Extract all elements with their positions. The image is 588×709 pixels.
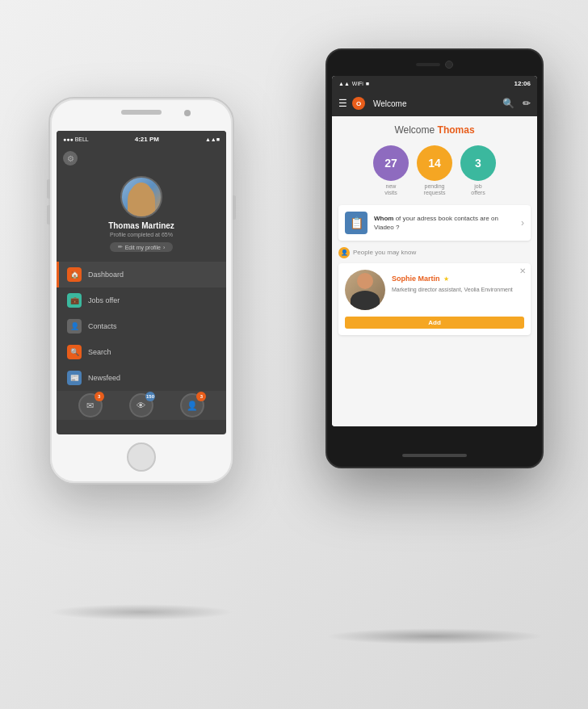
stat-job-offers: 3 joboffers <box>460 145 496 197</box>
iphone-speaker <box>121 110 162 115</box>
person-name: Sophie Martin <box>392 275 440 283</box>
star-icon: ★ <box>443 275 449 283</box>
iphone-nav: 🏠 Dashboard 💼 Jobs offer 👤 Contacts 🔍 Se… <box>57 262 226 391</box>
android-home-strip[interactable] <box>402 454 467 457</box>
nav-item-jobs[interactable]: 💼 Jobs offer <box>57 287 226 313</box>
person-photo-face <box>357 273 373 289</box>
person-info: Sophie Martin ★ Marketing director assis… <box>392 270 524 293</box>
profile-section: Thomas Martinez Profile completed at 65%… <box>57 170 226 262</box>
nav-item-newsfeed[interactable]: 📰 Newsfeed <box>57 365 226 391</box>
iphone-vol-down <box>47 205 50 224</box>
messages-badge: 3 <box>94 392 104 401</box>
carrier-label: ●●● BELL <box>63 136 89 142</box>
pencil-icon: ✏ <box>118 244 123 250</box>
contacts-icon: 👤 <box>67 319 82 334</box>
views-button[interactable]: 👁 150 <box>129 393 153 417</box>
stat-pending-requests: 14 pendingrequests <box>417 145 452 197</box>
nav-label-newsfeed: Newsfeed <box>88 374 120 382</box>
welcome-text: Welcome <box>394 124 437 136</box>
messages-button[interactable]: ✉ 3 <box>78 393 103 417</box>
iphone-vol-up <box>47 179 50 199</box>
visits-label: newvisits <box>384 183 397 197</box>
iphone-shadow <box>48 604 234 620</box>
profile-name: Thomas Martinez <box>108 221 174 230</box>
jobs-icon: 💼 <box>67 293 82 308</box>
android-camera <box>445 61 453 69</box>
offers-bubble: 3 <box>460 145 496 181</box>
requests-value: 14 <box>428 157 441 170</box>
address-book-bold: Whom <box>374 215 393 222</box>
iphone-bottom-bar: ✉ 3 👁 150 👤 3 <box>57 391 226 420</box>
visits-bubble: 27 <box>373 145 409 181</box>
people-section: 👤 People you may know ✕ So <box>338 247 531 335</box>
nav-item-dashboard[interactable]: 🏠 Dashboard <box>57 262 226 287</box>
visits-value: 27 <box>384 157 397 170</box>
add-button[interactable]: Add <box>345 317 524 329</box>
chevron-right-icon: › <box>163 245 165 250</box>
hamburger-icon[interactable]: ☰ <box>338 98 347 109</box>
address-book-rest: of your adress book contacts are on Viad… <box>374 215 498 231</box>
person-card: ✕ Sophie Martin ★ Mar <box>338 263 531 335</box>
chevron-right-icon: › <box>521 217 524 229</box>
gear-icon[interactable]: ⚙ <box>63 151 78 166</box>
nav-item-contacts[interactable]: 👤 Contacts <box>57 313 226 339</box>
welcome-header: Welcome Thomas <box>332 116 537 142</box>
avatar-body <box>128 184 155 216</box>
people-title: 👤 People you may know <box>338 247 531 258</box>
search-icon[interactable]: 🔍 <box>502 98 514 109</box>
requests-label: pendingrequests <box>424 183 446 197</box>
scene: ●●● BELL 4:21 PM ▲▲■ ⚙ Thomas Martinez P… <box>0 0 588 709</box>
address-book-text: Whom of your adress book contacts are on… <box>374 214 514 232</box>
battery-icon: ■ <box>366 81 369 86</box>
iphone-power-button <box>233 195 236 220</box>
address-book-card[interactable]: 📋 Whom of your adress book contacts are … <box>338 205 531 241</box>
profile-completion: Profile completed at 65% <box>110 232 173 237</box>
person-avatar-area: Sophie Martin ★ Marketing director assis… <box>345 270 524 310</box>
android-status-left: ▲▲ WiFi ■ <box>338 81 369 86</box>
person-photo-body <box>351 291 380 310</box>
avatar <box>120 176 162 218</box>
address-book-icon: 📋 <box>345 212 368 234</box>
nav-item-search[interactable]: 🔍 Search <box>57 339 226 365</box>
newsfeed-icon: 📰 <box>67 371 82 385</box>
stat-new-visits: 27 newvisits <box>373 145 409 197</box>
views-badge: 150 <box>145 392 155 401</box>
nav-label-search: Search <box>88 348 111 356</box>
android-time: 12:06 <box>514 80 531 87</box>
nav-label-jobs: Jobs offer <box>88 296 120 304</box>
search-nav-icon: 🔍 <box>67 345 82 359</box>
edit-profile-button[interactable]: ✏ Edit my profile › <box>110 242 174 252</box>
iphone-app-bar: ⚙ <box>57 147 226 170</box>
android-screen: ▲▲ WiFi ■ 12:06 ☰ O Welcome 🔍 ✏ <box>332 76 537 426</box>
person-title: Marketing director assistant, Veolia Env… <box>392 286 524 293</box>
connections-badge: 3 <box>196 392 206 401</box>
app-bar-right: 🔍 ✏ <box>502 98 531 109</box>
nav-label-contacts: Contacts <box>88 322 117 330</box>
people-icon: 👤 <box>338 247 350 258</box>
iphone-camera <box>184 110 191 116</box>
android-shadow <box>326 628 544 644</box>
wifi-icon: WiFi <box>352 81 363 86</box>
edit-icon[interactable]: ✏ <box>523 98 531 109</box>
nav-label-dashboard: Dashboard <box>88 271 124 279</box>
edit-label: Edit my profile <box>125 245 161 250</box>
android-content: Welcome Thomas 27 newvisits 14 pend <box>332 116 537 426</box>
iphone-home-button[interactable] <box>127 443 156 472</box>
android-status-bar: ▲▲ WiFi ■ 12:06 <box>332 76 537 90</box>
person-name-line: Sophie Martin ★ <box>392 270 524 284</box>
app-bar-left: ☰ O Welcome <box>338 97 407 110</box>
close-icon[interactable]: ✕ <box>519 266 526 275</box>
connections-button[interactable]: 👤 3 <box>180 393 204 417</box>
iphone-time: 4:21 PM <box>135 136 159 143</box>
android-speaker <box>416 63 440 66</box>
status-icons: ▲▲■ <box>205 136 220 142</box>
android-camera-area <box>402 58 467 71</box>
iphone-status-bar: ●●● BELL 4:21 PM ▲▲■ <box>57 131 226 147</box>
iphone-device: ●●● BELL 4:21 PM ▲▲■ ⚙ Thomas Martinez P… <box>48 97 234 485</box>
signal-icon: ▲▲ <box>338 81 350 86</box>
app-logo: O <box>352 97 365 110</box>
android-device: ▲▲ WiFi ■ 12:06 ☰ O Welcome 🔍 ✏ <box>326 48 544 468</box>
android-app-bar: ☰ O Welcome 🔍 ✏ <box>332 90 537 116</box>
dashboard-icon: 🏠 <box>67 267 82 282</box>
offers-label: joboffers <box>471 183 485 197</box>
